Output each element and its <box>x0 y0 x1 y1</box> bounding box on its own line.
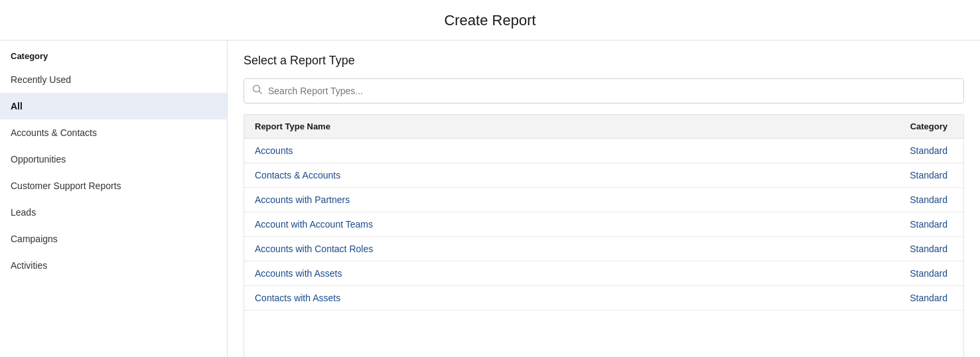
report-category: Standard <box>736 212 963 237</box>
table-row: Accounts with PartnersStandard <box>244 188 963 212</box>
table-header-row: Report Type Name Category <box>244 115 963 139</box>
report-category: Standard <box>736 163 963 188</box>
table-row: Account with Account TeamsStandard <box>244 212 963 237</box>
report-type-link[interactable]: Accounts with Assets <box>255 268 342 279</box>
col-header-name: Report Type Name <box>244 115 736 139</box>
table-row: Accounts with AssetsStandard <box>244 261 963 286</box>
sidebar: Category Recently Used All Accounts & Co… <box>0 40 228 357</box>
report-category: Standard <box>736 188 963 212</box>
report-category: Standard <box>736 237 963 261</box>
sidebar-heading: Category <box>0 40 227 66</box>
sidebar-item-campaigns[interactable]: Campaigns <box>0 226 227 252</box>
report-type-link[interactable]: Contacts & Accounts <box>255 170 340 180</box>
report-type-link[interactable]: Accounts with Partners <box>255 194 350 205</box>
report-table: Report Type Name Category AccountsStanda… <box>244 115 963 311</box>
table-row: Accounts with Contact RolesStandard <box>244 237 963 261</box>
sidebar-item-customer-support-reports[interactable]: Customer Support Reports <box>0 173 227 199</box>
content-area: Select a Report Type Report Type Name Ca… <box>228 40 980 357</box>
sidebar-item-accounts-contacts[interactable]: Accounts & Contacts <box>0 119 227 146</box>
report-table-container: Report Type Name Category AccountsStanda… <box>244 114 964 357</box>
main-container: Category Recently Used All Accounts & Co… <box>0 40 980 357</box>
sidebar-item-opportunities[interactable]: Opportunities <box>0 146 227 173</box>
table-row: Contacts & AccountsStandard <box>244 163 963 188</box>
search-bar <box>244 78 964 104</box>
section-title: Select a Report Type <box>244 54 964 68</box>
table-row: Contacts with AssetsStandard <box>244 286 963 311</box>
sidebar-item-activities[interactable]: Activities <box>0 252 227 279</box>
search-input[interactable] <box>268 86 955 96</box>
report-category: Standard <box>736 286 963 311</box>
table-row: AccountsStandard <box>244 139 963 163</box>
report-type-link[interactable]: Contacts with Assets <box>255 293 340 303</box>
report-type-link[interactable]: Account with Account Teams <box>255 219 373 230</box>
sidebar-item-all[interactable]: All <box>0 93 227 119</box>
sidebar-item-recently-used[interactable]: Recently Used <box>0 66 227 93</box>
search-icon <box>252 84 263 98</box>
col-header-category: Category <box>736 115 963 139</box>
report-type-link[interactable]: Accounts <box>255 145 293 156</box>
sidebar-item-leads[interactable]: Leads <box>0 199 227 226</box>
report-category: Standard <box>736 261 963 286</box>
page-title: Create Report <box>0 12 980 29</box>
report-category: Standard <box>736 139 963 163</box>
svg-line-1 <box>259 92 262 94</box>
page-header: Create Report <box>0 0 980 40</box>
report-type-link[interactable]: Accounts with Contact Roles <box>255 244 373 254</box>
